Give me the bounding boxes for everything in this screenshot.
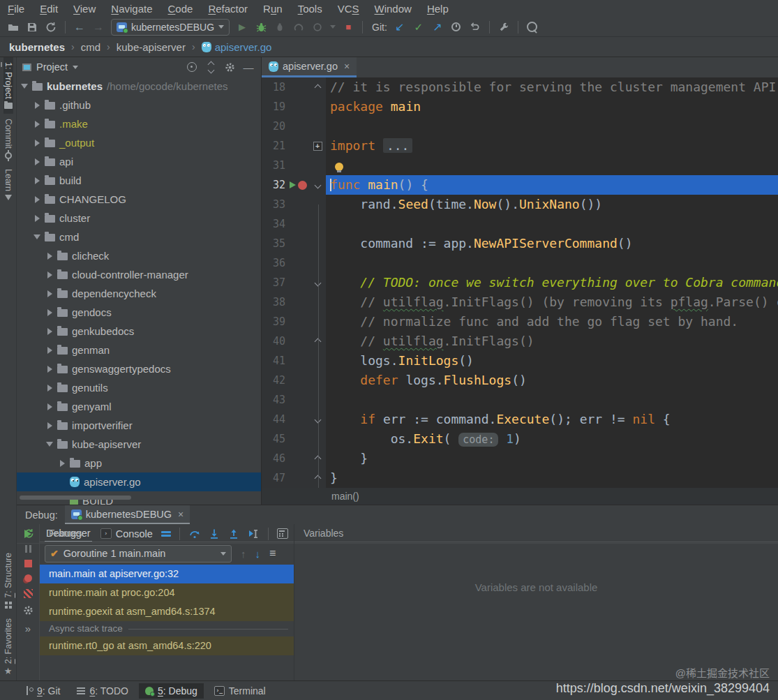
statusbar-9-git[interactable]: 9: Git	[20, 683, 66, 699]
gutter[interactable]: 43	[262, 390, 326, 410]
breakpoint-icon[interactable]	[298, 181, 307, 190]
tree-collapse-icon[interactable]	[21, 84, 28, 89]
code-text[interactable]: func main() {	[326, 175, 778, 195]
breadcrumb-file[interactable]: apiserver.go	[202, 41, 272, 53]
menu-help[interactable]: Help	[419, 3, 456, 15]
code-line-38[interactable]: 38 // utilflag.InitFlags() (by removing …	[262, 292, 778, 312]
hide-panel-icon[interactable]: —	[241, 60, 255, 74]
fold-marker[interactable]	[311, 281, 324, 285]
view-breakpoints-icon[interactable]	[24, 574, 32, 582]
fold-marker[interactable]	[311, 339, 324, 344]
gutter[interactable]: 39	[262, 312, 326, 332]
tool-strip-7-structure[interactable]: 7: Structure	[3, 548, 13, 613]
tree-item-cluster[interactable]: cluster	[17, 209, 261, 228]
gutter[interactable]: 44	[262, 410, 326, 429]
debug-session-tab[interactable]: kubernetesDEBUG ×	[65, 505, 190, 524]
fold-marker[interactable]	[311, 85, 324, 90]
forward-icon[interactable]: →	[92, 21, 105, 33]
frame-up-icon[interactable]: ↑	[241, 548, 246, 560]
line-number[interactable]: 34	[262, 214, 285, 234]
code-text[interactable]: // normalize func and add the go flag se…	[326, 312, 778, 332]
fold-expand-icon[interactable]: +	[313, 142, 322, 151]
tree-item-importverifier[interactable]: importverifier	[17, 416, 261, 435]
code-text[interactable]: defer logs.FlushLogs()	[326, 371, 778, 390]
menu-file[interactable]: File	[0, 3, 32, 15]
stack-frame[interactable]: runtime.goexit at asm_amd64.s:1374	[40, 602, 294, 621]
code-text[interactable]: command := app.NewAPIServerCommand()	[326, 234, 778, 253]
search-icon[interactable]	[526, 21, 539, 33]
gutter[interactable]: 35	[262, 234, 326, 253]
tree-item--output[interactable]: _output	[17, 133, 261, 152]
tree-item-clicheck[interactable]: clicheck	[17, 246, 261, 265]
hide-frames-icon[interactable]: ≡	[269, 547, 276, 560]
code-text[interactable]: logs.InitLogs()	[326, 351, 778, 371]
git-push-icon[interactable]: ↗	[431, 21, 444, 33]
code-line-33[interactable]: 33 rand.Seed(time.Now().UnixNano())	[262, 195, 778, 214]
gutter[interactable]: 34	[262, 214, 326, 234]
tool-strip-commit[interactable]: Commit	[3, 114, 13, 164]
fold-chevron-up-icon[interactable]	[314, 455, 321, 462]
gutter[interactable]: 42	[262, 371, 326, 390]
stop-icon[interactable]	[24, 560, 32, 567]
gutter[interactable]: 37	[262, 273, 326, 292]
stop-button[interactable]: ■	[342, 21, 354, 33]
tree-item-genkubedocs[interactable]: genkubedocs	[17, 322, 261, 341]
breadcrumb-item[interactable]: kube-apiserver	[117, 41, 186, 53]
code-text[interactable]: // TODO: once we switch everything over …	[326, 273, 778, 292]
gutter[interactable]: 21+	[262, 136, 326, 156]
tree-expand-icon[interactable]	[33, 196, 40, 203]
code-text[interactable]: rand.Seed(time.Now().UnixNano())	[326, 195, 778, 214]
tree-item-kube-apiserver[interactable]: kube-apiserver	[17, 435, 261, 454]
line-number[interactable]: 33	[262, 195, 285, 214]
line-number[interactable]: 43	[262, 390, 285, 410]
stack-frame[interactable]: runtime.rt0_go at asm_amd64.s:220	[40, 636, 294, 655]
fold-chevron-up-icon[interactable]	[314, 475, 321, 482]
close-icon[interactable]: ×	[178, 509, 184, 520]
tree-expand-icon[interactable]	[46, 309, 53, 316]
code-text[interactable]: if err := command.Execute(); err != nil …	[326, 410, 778, 429]
code-line-44[interactable]: 44 if err := command.Execute(); err != n…	[262, 410, 778, 429]
tab-apiserver-go[interactable]: apiserver.go ×	[262, 57, 357, 77]
code-text[interactable]: }	[326, 468, 778, 488]
chevron-down-icon[interactable]	[73, 66, 78, 69]
save-icon[interactable]	[26, 21, 38, 33]
tool-strip-1-project[interactable]: 1: Project	[3, 57, 13, 114]
tree-item-kubernetes[interactable]: kubernetes /home/gocode/kubernetes	[17, 77, 261, 96]
project-panel-title[interactable]: Project	[36, 61, 68, 73]
tree-item-build[interactable]: build	[17, 171, 261, 190]
breadcrumb-root[interactable]: kubernetes	[9, 41, 65, 53]
code-text[interactable]	[326, 390, 778, 410]
line-number[interactable]: 36	[262, 253, 285, 273]
intention-bulb-icon[interactable]	[335, 163, 343, 171]
gutter[interactable]: 40	[262, 332, 326, 351]
line-number[interactable]: 41	[262, 351, 285, 371]
code-text[interactable]	[326, 253, 778, 273]
statusbar-6-todo[interactable]: 6: TODO	[70, 683, 135, 699]
tree-expand-icon[interactable]	[46, 403, 53, 410]
code-text[interactable]: }	[326, 449, 778, 468]
history-icon[interactable]	[450, 21, 463, 33]
rollback-icon[interactable]	[469, 21, 481, 33]
menu-navigate[interactable]: Navigate	[103, 3, 160, 15]
tree-item-genswaggertypedocs[interactable]: genswaggertypedocs	[17, 359, 261, 378]
tree-item-apiserver-go[interactable]: apiserver.go	[17, 472, 261, 491]
line-number[interactable]: 40	[262, 332, 285, 351]
wrench-icon[interactable]	[498, 21, 510, 33]
fold-chevron-up-icon[interactable]	[314, 84, 321, 91]
code-line-20[interactable]: 20	[262, 117, 778, 136]
fold-chevron-down-icon[interactable]	[314, 279, 321, 286]
fold-chevron-down-icon[interactable]	[314, 181, 321, 188]
code-line-35[interactable]: 35 command := app.NewAPIServerCommand()	[262, 234, 778, 253]
stack-frame[interactable]: Async stack trace	[40, 621, 294, 636]
git-commit-icon[interactable]: ✓	[412, 21, 425, 33]
gutter[interactable]: 31	[262, 156, 326, 175]
fold-marker[interactable]	[311, 456, 324, 461]
code-line-21[interactable]: 21+import ...	[262, 136, 778, 156]
stack-frame[interactable]: main.main at apiserver.go:32	[40, 565, 294, 583]
line-number[interactable]: 21	[262, 136, 285, 156]
resume-icon[interactable]	[24, 530, 31, 538]
debug-button[interactable]	[255, 21, 267, 33]
menu-refactor[interactable]: Refactor	[200, 3, 255, 15]
horizontal-scrollbar[interactable]	[20, 496, 131, 500]
gutter[interactable]: 46	[262, 449, 326, 468]
